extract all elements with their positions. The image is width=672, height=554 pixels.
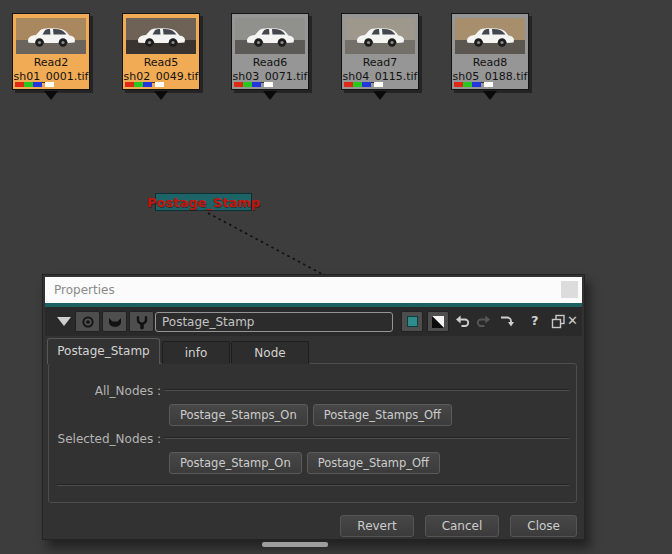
- postage-stamp-on-button[interactable]: Postage_Stamp_On: [169, 452, 302, 474]
- all-nodes-label: All_Nodes :: [43, 384, 161, 398]
- close-button[interactable]: Close: [510, 515, 577, 537]
- node-postage-stamp[interactable]: Postage_Stamp: [155, 193, 252, 211]
- node-thumbnail-image: [235, 18, 305, 54]
- node-thumbnail-image: [16, 18, 86, 54]
- color-panel-toggle-button[interactable]: [427, 311, 449, 332]
- collapse-triangle-icon[interactable]: [57, 317, 71, 326]
- close-panel-button[interactable]: ✕: [567, 311, 578, 331]
- channel-alpha-indicator: [155, 82, 164, 87]
- panel-title: Properties: [54, 277, 115, 303]
- tab-postage-stamp[interactable]: Postage_Stamp: [47, 338, 160, 364]
- node-read5[interactable]: Read5 sh02_0049.tif: [122, 13, 200, 90]
- panel-toolbar: ? ✕: [45, 307, 582, 336]
- node-title: Read2: [13, 56, 89, 69]
- channel-alpha-indicator: [45, 82, 54, 87]
- channel-blue-indicator: [472, 82, 481, 87]
- node-output-connector[interactable]: [263, 91, 277, 100]
- channel-blue-indicator: [143, 82, 152, 87]
- channel-alpha-indicator: [264, 82, 273, 87]
- node-thumbnail-image: [455, 18, 525, 54]
- node-output-connector[interactable]: [483, 91, 497, 100]
- channel-red-indicator: [15, 82, 24, 87]
- float-panel-button[interactable]: [547, 311, 569, 331]
- centre-node-button[interactable]: [75, 311, 100, 332]
- channel-green-indicator: [463, 82, 472, 87]
- undo-arrow-icon: [453, 313, 471, 329]
- split-square-icon: [432, 316, 444, 328]
- titlebar-dock-button[interactable]: [561, 281, 578, 298]
- node-postage-stamp-label: Postage_Stamp: [147, 195, 260, 210]
- panel-footer: Revert Cancel Close: [340, 515, 577, 537]
- node-name-input[interactable]: [155, 312, 393, 332]
- node-read7[interactable]: Read7 sh04_0115.tif: [341, 13, 419, 90]
- channel-alpha-indicator: [374, 82, 383, 87]
- channel-indicators: [125, 82, 164, 87]
- node-graph-canvas[interactable]: Read2 sh01_0001.tif Read5 sh02_0049.tif: [0, 0, 672, 554]
- node-output-connector[interactable]: [373, 91, 387, 100]
- channel-blue-indicator: [362, 82, 371, 87]
- revert-button[interactable]: Revert: [340, 515, 413, 537]
- channel-green-indicator: [24, 82, 33, 87]
- channel-indicators: [15, 82, 54, 87]
- channel-blue-indicator: [252, 82, 261, 87]
- knob-divider: [165, 437, 569, 439]
- node-thumbnail-image: [126, 18, 196, 54]
- node-read2[interactable]: Read2 sh01_0001.tif: [12, 13, 90, 90]
- channel-red-indicator: [234, 82, 243, 87]
- color-swatch-icon: [407, 316, 418, 327]
- tab-info[interactable]: info: [162, 341, 230, 364]
- node-output-connector[interactable]: [154, 91, 168, 100]
- properties-panel: Properties: [42, 274, 585, 540]
- node-read6[interactable]: Read6 sh03_0071.tif: [231, 13, 309, 90]
- channel-green-indicator: [243, 82, 252, 87]
- channel-indicators: [344, 82, 383, 87]
- redo-arrow-icon: [475, 313, 493, 329]
- channel-green-indicator: [134, 82, 143, 87]
- tab-node[interactable]: Node: [231, 341, 309, 364]
- undo-button[interactable]: [451, 311, 473, 331]
- record-circle-icon: [80, 314, 96, 330]
- node-read8[interactable]: Read8 sh05_0188.tif: [451, 13, 529, 90]
- node-title: Read7: [342, 56, 418, 69]
- settings-button[interactable]: [129, 311, 154, 332]
- wrench-icon: [134, 314, 150, 330]
- node-title: Read8: [452, 56, 528, 69]
- node-shape-icon: [107, 314, 123, 330]
- redo-button[interactable]: [473, 311, 495, 331]
- node-color-swatch-button[interactable]: [401, 311, 423, 332]
- channel-blue-indicator: [33, 82, 42, 87]
- help-button[interactable]: ?: [531, 311, 539, 331]
- channel-alpha-indicator: [484, 82, 493, 87]
- postage-stamps-off-button[interactable]: Postage_Stamps_Off: [313, 404, 452, 426]
- float-window-icon: [551, 314, 566, 329]
- revert-knobs-button[interactable]: [495, 311, 517, 331]
- properties-panel-titlebar[interactable]: Properties: [45, 277, 582, 303]
- node-thumbnail-image: [345, 18, 415, 54]
- channel-indicators: [234, 82, 273, 87]
- postage-stamp-off-button[interactable]: Postage_Stamp_Off: [307, 452, 440, 474]
- selected-nodes-label: Selected_Nodes :: [43, 432, 161, 446]
- node-graph-button[interactable]: [102, 311, 127, 332]
- knob-divider: [57, 484, 569, 486]
- node-title: Read6: [232, 56, 308, 69]
- channel-red-indicator: [125, 82, 134, 87]
- knob-divider: [165, 389, 569, 391]
- revert-arrow-icon: [497, 313, 515, 329]
- channel-green-indicator: [353, 82, 362, 87]
- channel-red-indicator: [344, 82, 353, 87]
- cancel-button[interactable]: Cancel: [425, 515, 500, 537]
- postage-stamps-on-button[interactable]: Postage_Stamps_On: [169, 404, 308, 426]
- channel-red-indicator: [454, 82, 463, 87]
- node-output-connector[interactable]: [44, 91, 58, 100]
- node-title: Read5: [123, 56, 199, 69]
- horizontal-scrollbar-thumb[interactable]: [262, 542, 328, 547]
- channel-indicators: [454, 82, 493, 87]
